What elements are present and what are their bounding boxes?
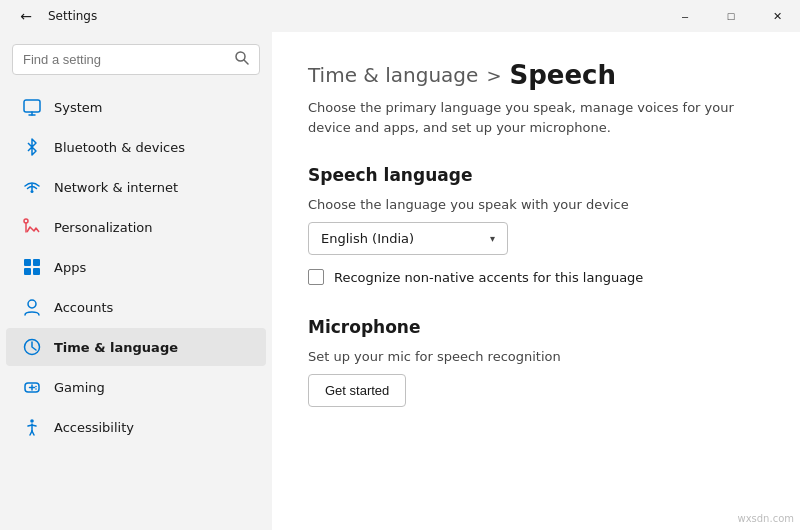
svg-point-19	[30, 419, 34, 423]
svg-point-7	[24, 219, 28, 223]
svg-point-12	[28, 300, 36, 308]
breadcrumb: Time & language > Speech	[308, 60, 764, 90]
accessibility-icon	[22, 417, 42, 437]
breadcrumb-parent[interactable]: Time & language	[308, 63, 478, 87]
sidebar-item-label-accessibility: Accessibility	[54, 420, 134, 435]
watermark: wxsdn.com	[737, 513, 794, 524]
microphone-title: Microphone	[308, 317, 764, 337]
sidebar-item-label-time: Time & language	[54, 340, 178, 355]
search-icon	[235, 51, 249, 68]
sidebar-item-time[interactable]: Time & language	[6, 328, 266, 366]
sidebar-item-apps[interactable]: Apps	[6, 248, 266, 286]
sidebar-item-system[interactable]: System	[6, 88, 266, 126]
search-box[interactable]	[12, 44, 260, 75]
dropdown-value: English (India)	[321, 231, 414, 246]
svg-rect-8	[24, 259, 31, 266]
titlebar-title: Settings	[48, 9, 97, 23]
svg-line-1	[244, 60, 248, 64]
non-native-checkbox[interactable]	[308, 269, 324, 285]
svg-point-18	[35, 388, 37, 390]
chevron-down-icon: ▾	[490, 233, 495, 244]
maximize-button[interactable]: □	[708, 0, 754, 32]
time-icon	[22, 337, 42, 357]
checkbox-label: Recognize non-native accents for this la…	[334, 270, 643, 285]
page-description: Choose the primary language you speak, m…	[308, 98, 764, 137]
close-button[interactable]: ✕	[754, 0, 800, 32]
sidebar-item-label-accounts: Accounts	[54, 300, 113, 315]
minimize-button[interactable]: –	[662, 0, 708, 32]
main-layout: System Bluetooth & devices Network & int…	[0, 32, 800, 530]
titlebar-controls: – □ ✕	[662, 0, 800, 32]
sidebar-item-label-system: System	[54, 100, 102, 115]
get-started-button[interactable]: Get started	[308, 374, 406, 407]
sidebar-item-gaming[interactable]: Gaming	[6, 368, 266, 406]
breadcrumb-separator: >	[486, 65, 501, 86]
svg-rect-10	[24, 268, 31, 275]
microphone-section: Microphone Set up your mic for speech re…	[308, 317, 764, 407]
sidebar-item-label-gaming: Gaming	[54, 380, 105, 395]
search-input[interactable]	[23, 52, 227, 67]
sidebar-item-label-network: Network & internet	[54, 180, 178, 195]
svg-rect-11	[33, 268, 40, 275]
svg-point-5	[31, 190, 34, 193]
gaming-icon	[22, 377, 42, 397]
microphone-subtitle: Set up your mic for speech recognition	[308, 349, 764, 364]
sidebar-item-accessibility[interactable]: Accessibility	[6, 408, 266, 446]
svg-point-17	[35, 386, 37, 388]
language-dropdown[interactable]: English (India) ▾	[308, 222, 508, 255]
speech-language-title: Speech language	[308, 165, 764, 185]
svg-rect-9	[33, 259, 40, 266]
titlebar: ← Settings – □ ✕	[0, 0, 800, 32]
titlebar-left: ← Settings	[12, 2, 97, 30]
sidebar-item-bluetooth[interactable]: Bluetooth & devices	[6, 128, 266, 166]
breadcrumb-current: Speech	[509, 60, 616, 90]
network-icon	[22, 177, 42, 197]
system-icon	[22, 97, 42, 117]
sidebar-item-accounts[interactable]: Accounts	[6, 288, 266, 326]
sidebar-item-label-bluetooth: Bluetooth & devices	[54, 140, 185, 155]
sidebar-item-network[interactable]: Network & internet	[6, 168, 266, 206]
sidebar-item-label-personalization: Personalization	[54, 220, 153, 235]
speech-language-subtitle: Choose the language you speak with your …	[308, 197, 764, 212]
back-button[interactable]: ←	[12, 2, 40, 30]
sidebar-item-label-apps: Apps	[54, 260, 86, 275]
personalization-icon	[22, 217, 42, 237]
content-area: Time & language > Speech Choose the prim…	[272, 32, 800, 530]
accounts-icon	[22, 297, 42, 317]
checkbox-row: Recognize non-native accents for this la…	[308, 269, 764, 285]
sidebar: System Bluetooth & devices Network & int…	[0, 32, 272, 530]
svg-rect-2	[24, 100, 40, 112]
sidebar-item-personalization[interactable]: Personalization	[6, 208, 266, 246]
bluetooth-icon	[22, 137, 42, 157]
speech-language-section: Speech language Choose the language you …	[308, 165, 764, 285]
apps-icon	[22, 257, 42, 277]
